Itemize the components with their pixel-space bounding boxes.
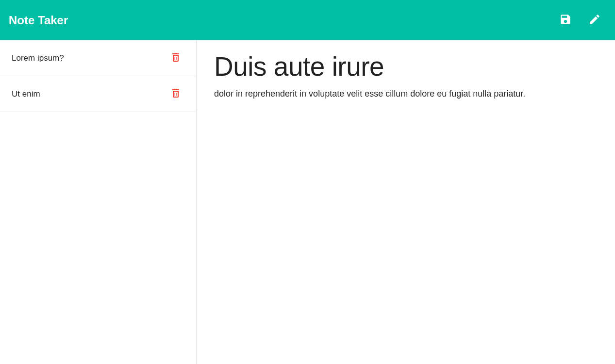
- list-item[interactable]: Ut enim: [0, 76, 196, 112]
- app-title: Note Taker: [9, 14, 548, 27]
- note-title: Duis aute irure: [214, 52, 598, 82]
- list-item-title: Lorem ipsum?: [12, 53, 167, 63]
- delete-button[interactable]: [167, 50, 184, 67]
- delete-icon: [170, 51, 182, 65]
- delete-button[interactable]: [167, 85, 184, 103]
- edit-button[interactable]: [583, 9, 606, 32]
- list-item-title: Ut enim: [12, 89, 167, 99]
- main-layout: Lorem ipsum? Ut enim Duis aute irure dol…: [0, 40, 615, 364]
- save-icon: [559, 13, 572, 28]
- save-button[interactable]: [554, 9, 577, 32]
- toolbar: Note Taker: [0, 0, 615, 40]
- pencil-icon: [588, 13, 601, 28]
- note-body: dolor in reprehenderit in voluptate veli…: [214, 87, 598, 100]
- list-item[interactable]: Lorem ipsum?: [0, 40, 196, 76]
- note-content: Duis aute irure dolor in reprehenderit i…: [197, 40, 615, 364]
- sidebar: Lorem ipsum? Ut enim: [0, 40, 197, 364]
- delete-icon: [170, 87, 182, 101]
